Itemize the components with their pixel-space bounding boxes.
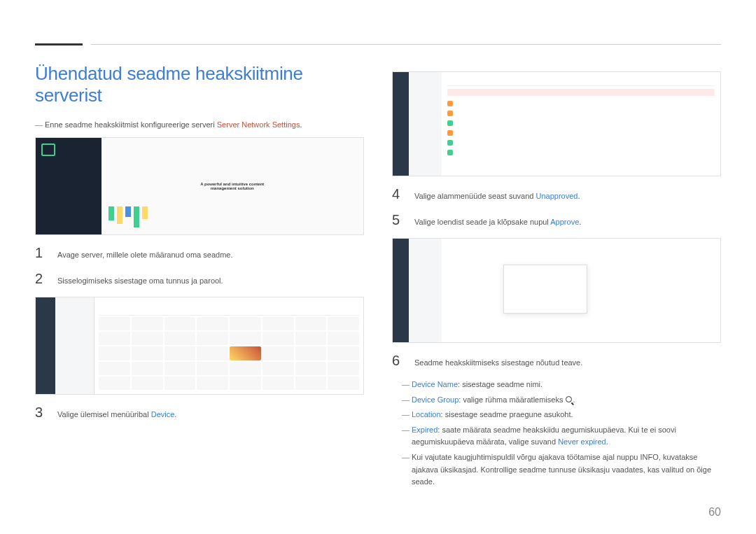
approve-dialog [503,265,587,314]
expired-label: Expired [412,426,438,434]
step-number: 2 [35,271,46,287]
bullet-suffix: . [573,395,575,404]
bullet-prefix: : saate määrata seadme heakskiidu aegumi… [412,426,676,447]
grid-cell [230,332,261,345]
grid-cell [197,377,228,390]
search-icon [566,396,573,404]
grid-cell [295,332,327,345]
page-title: Ühendatud seadme heakskiitmine serverist [35,63,364,106]
screenshot-nav [393,239,409,342]
step-text: Valige ülemisel menüüribal Device. [57,405,176,421]
grid-cell [230,317,261,330]
device-name-label: Device Name [412,380,458,388]
bullet-expired: Expired: saate määrata seadme heakskiidu… [392,424,721,449]
status-dot-icon [447,150,453,155]
list-row [447,138,715,148]
chart-bar [134,206,139,227]
chart-bar [142,206,148,219]
step-number: 5 [392,212,403,228]
grid-cell [262,317,294,330]
grid-cell [262,332,294,345]
grid-cell [197,332,228,345]
location-label: Location [412,410,441,419]
chart-bar [125,206,131,217]
grid-cell [328,317,359,330]
grid-cell [295,377,327,390]
never-expired-link[interactable]: Never expired [558,437,606,446]
screenshot-side-panel [409,72,442,176]
step-text: Valige alammenüüde seast suvand Unapprov… [414,186,580,202]
bullet-info: Kui vajutate kaugjuhtimispuldil võrgu aj… [392,451,721,489]
bullet-prefix: : valige rühma määratlemiseks [458,395,565,404]
grid-cell [262,362,294,375]
grid-cell [295,346,327,360]
chart-bar [108,206,114,220]
step-text: Avage server, millele olete määranud oma… [57,245,233,261]
grid-cell [230,362,261,375]
list-header [447,78,715,86]
step-prefix: Valige ülemisel menüüribal [57,410,151,419]
grid-cell [164,317,196,330]
step-4: 4 Valige alammenüüde seast suvand Unappr… [392,186,721,202]
screenshot-side-panel [55,297,94,394]
bullet-location: Location: sisestage seadme praegune asuk… [392,409,721,421]
grid-cell [328,332,359,345]
list-row [447,108,715,118]
step-suffix: . [579,218,581,226]
screenshot-sidebar [36,138,102,234]
step-suffix: . [578,192,580,200]
grid-cell [295,362,327,375]
chart-bar [117,206,122,224]
step-number: 1 [35,245,46,261]
right-column: 4 Valige alammenüüde seast suvand Unappr… [392,63,721,491]
grid-cell [230,377,261,390]
device-link[interactable]: Device [151,410,175,419]
grid-cell [164,346,196,360]
grid-cell [99,346,130,360]
unapproved-link[interactable]: Unapproved [536,192,578,200]
step-prefix: Valige loendist seade ja klõpsake nupul [414,218,550,226]
header-divider [91,44,721,45]
list-row [447,118,715,128]
step-suffix: . [174,410,176,419]
grid-cell [164,377,196,390]
grid-cell [295,317,327,330]
server-network-settings-link[interactable]: Server Network Settings [217,120,300,129]
grid-cell [262,346,294,360]
grid-cell [164,332,196,345]
page-number: 60 [708,506,721,519]
grid-cell [99,377,130,390]
header-accent-bar [35,43,83,45]
step-text: Seadme heakskiitmiseks sisestage nõutud … [414,353,582,369]
screenshot-grid [94,297,363,394]
chart-bars [108,206,148,227]
intro-suffix: . [300,120,302,129]
bullet-device-name: Device Name: sisestage seadme nimi. [392,379,721,391]
status-dot-icon [447,140,453,146]
grid-cell [328,362,359,375]
step-number: 6 [392,353,403,369]
approve-link[interactable]: Approve [550,218,579,226]
intro-prefix: Enne seadme heakskiitmist konfigureerige… [45,120,217,129]
main-content: Ühendatud seadme heakskiitmine serverist… [35,63,721,491]
screenshot-device-grid [35,297,364,395]
bullet-device-group: Device Group: valige rühma määratlemisek… [392,394,721,407]
step-3: 3 Valige ülemisel menüüribal Device. [35,405,364,421]
grid-cell [164,362,196,375]
grid-cell [132,346,163,360]
list-row [447,128,715,138]
step-1: 1 Avage server, millele olete määranud o… [35,245,364,261]
list-row [447,148,715,157]
intro-note: Enne seadme heakskiitmist konfigureerige… [35,120,364,129]
step-5: 5 Valige loendist seade ja klõpsake nupu… [392,212,721,228]
grid-cell [262,377,294,390]
grid-cell [328,377,359,390]
grid-cell [197,317,228,330]
grid-cell [197,346,228,360]
screenshot-approve-dialog [392,238,721,343]
grid-header [99,302,359,316]
step-number: 3 [35,405,46,421]
grid-cell [99,362,130,375]
screenshot-side-panel [409,239,442,342]
grid-cell [197,362,228,375]
